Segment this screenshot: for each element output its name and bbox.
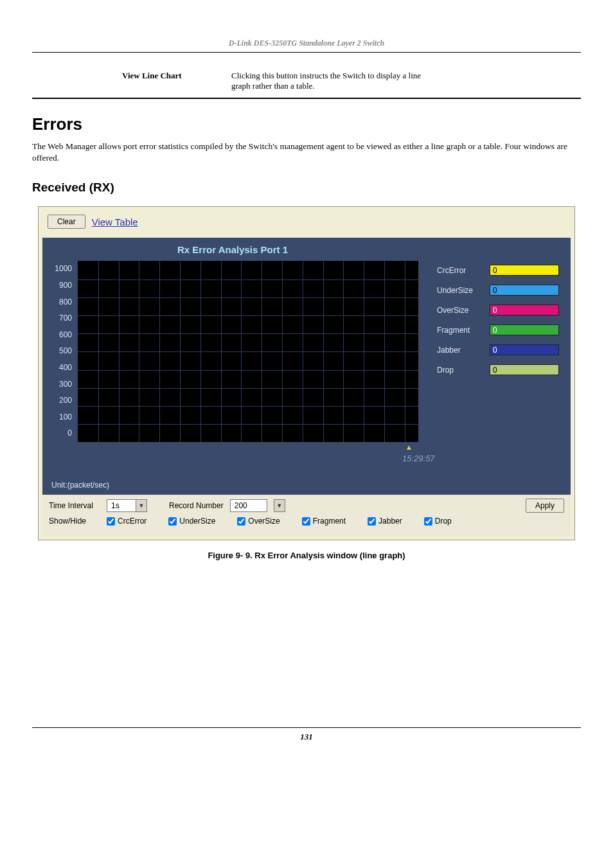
legend-item: UnderSize 0: [437, 285, 559, 296]
record-number-stepper[interactable]: ▼: [274, 499, 285, 512]
y-tick: 400: [49, 360, 72, 376]
check-fragment[interactable]: Fragment: [302, 517, 346, 526]
view-table-link[interactable]: View Table: [92, 217, 138, 227]
legend-label: CrcError: [437, 266, 484, 275]
check-drop[interactable]: Drop: [424, 517, 452, 526]
timestamp: 15:29:57: [402, 454, 435, 463]
y-tick: 0: [49, 425, 72, 442]
legend-label: OverSize: [437, 306, 484, 315]
legend-label: Fragment: [437, 326, 484, 335]
legend-label: UnderSize: [437, 286, 484, 295]
legend-value: 0: [490, 285, 559, 296]
checkbox[interactable]: [368, 517, 376, 526]
time-interval-value: 1s: [107, 501, 136, 510]
checkbox[interactable]: [107, 517, 115, 526]
legend-label: Drop: [437, 366, 484, 375]
y-tick: 900: [49, 278, 72, 294]
marker-icon: ▲: [405, 443, 413, 451]
check-label: Drop: [435, 517, 452, 526]
chart-panel: Rx Error Analysis Port 1 1000 900 800 70…: [42, 238, 571, 495]
record-number-input[interactable]: 200: [230, 499, 267, 512]
y-tick: 300: [49, 376, 72, 393]
controls-panel: Time Interval 1s ▼ Record Number 200 ▼ A…: [42, 495, 571, 536]
checkbox[interactable]: [302, 517, 310, 526]
legend-value: 0: [490, 324, 559, 335]
y-tick: 600: [49, 327, 72, 344]
time-interval-select[interactable]: 1s ▼: [107, 499, 147, 512]
check-oversize[interactable]: OverSize: [237, 517, 280, 526]
param-desc: Clicking this button instructs the Switc…: [231, 71, 437, 91]
clear-button[interactable]: Clear: [48, 215, 85, 229]
plot-area: [78, 261, 418, 442]
y-tick: 500: [49, 343, 72, 360]
y-tick: 800: [49, 294, 72, 311]
check-undersize[interactable]: UnderSize: [168, 517, 215, 526]
check-label: OverSize: [248, 517, 280, 526]
page-footer: 131: [32, 727, 581, 742]
section-heading: Errors: [32, 114, 581, 134]
legend-item: CrcError 0: [437, 265, 559, 276]
checkbox[interactable]: [237, 517, 245, 526]
y-axis-ticks: 1000 900 800 700 600 500 400 300 200 100…: [49, 261, 72, 442]
record-number-label: Record Number: [169, 501, 224, 510]
control-row-1: Time Interval 1s ▼ Record Number 200 ▼ A…: [49, 499, 564, 513]
legend-value: 0: [490, 344, 559, 355]
y-tick: 100: [49, 409, 72, 426]
section-body: The Web Manager allows port error statis…: [32, 141, 581, 164]
legend-item: Drop 0: [437, 364, 559, 375]
legend: CrcError 0 UnderSize 0 OverSize 0 Fragme…: [437, 265, 559, 384]
check-crcerror[interactable]: CrcError: [107, 517, 147, 526]
subsection-heading: Received (RX): [32, 181, 581, 195]
doc-header: D-Link DES-3250TG Standalone Layer 2 Swi…: [32, 39, 581, 53]
legend-value: 0: [490, 265, 559, 276]
unit-label: Unit:(packet/sec): [51, 481, 109, 490]
legend-item: Fragment 0: [437, 324, 559, 335]
legend-label: Jabber: [437, 346, 484, 355]
checkbox[interactable]: [424, 517, 432, 526]
app-toolbar: Clear View Table: [39, 207, 574, 238]
param-name: View Line Chart: [122, 71, 231, 91]
check-label: Fragment: [313, 517, 346, 526]
legend-value: 0: [490, 305, 559, 315]
check-label: UnderSize: [179, 517, 215, 526]
check-label: Jabber: [378, 517, 402, 526]
checkbox[interactable]: [168, 517, 177, 526]
chart-title: Rx Error Analysis Port 1: [177, 244, 288, 255]
figure-caption: Figure 9- 9. Rx Error Analysis window (l…: [32, 551, 581, 560]
app-window: Clear View Table Rx Error Analysis Port …: [38, 206, 575, 540]
showhide-label: Show/Hide: [49, 517, 100, 526]
check-label: CrcError: [118, 517, 147, 526]
legend-item: Jabber 0: [437, 344, 559, 355]
time-interval-label: Time Interval: [49, 501, 100, 510]
chevron-down-icon: ▼: [136, 500, 147, 511]
check-jabber[interactable]: Jabber: [368, 517, 402, 526]
apply-button[interactable]: Apply: [526, 499, 564, 513]
y-tick: 700: [49, 310, 72, 327]
control-row-2: Show/Hide CrcError UnderSize OverSize Fr…: [49, 517, 564, 526]
param-row: View Line Chart Clicking this button ins…: [32, 67, 581, 99]
y-tick: 200: [49, 393, 72, 409]
y-tick: 1000: [49, 261, 72, 278]
legend-item: OverSize 0: [437, 305, 559, 315]
legend-value: 0: [490, 364, 559, 375]
chevron-down-icon: ▼: [274, 500, 285, 511]
